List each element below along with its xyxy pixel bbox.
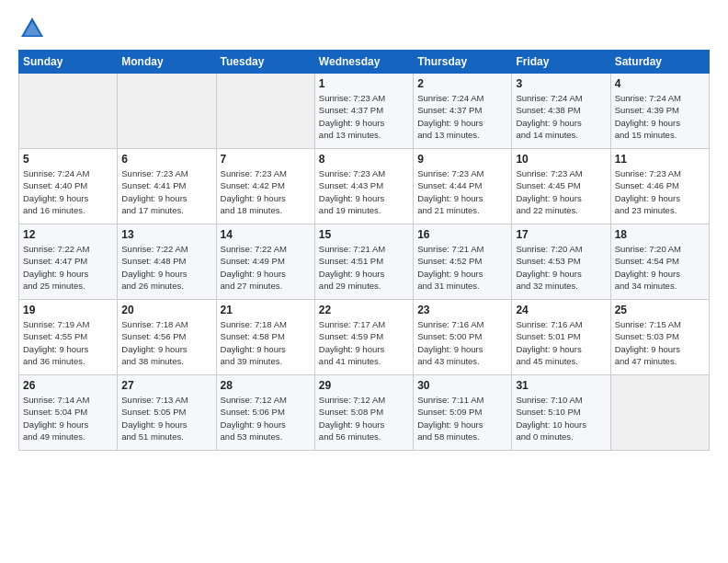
- calendar-cell: 5Sunrise: 7:24 AM Sunset: 4:40 PM Daylig…: [19, 149, 118, 224]
- page: SundayMondayTuesdayWednesdayThursdayFrid…: [0, 0, 728, 563]
- day-info: Sunrise: 7:19 AM Sunset: 4:55 PM Dayligh…: [23, 318, 113, 367]
- day-info: Sunrise: 7:23 AM Sunset: 4:45 PM Dayligh…: [516, 167, 606, 216]
- day-info: Sunrise: 7:20 AM Sunset: 4:53 PM Dayligh…: [516, 243, 606, 292]
- calendar-cell: 24Sunrise: 7:16 AM Sunset: 5:01 PM Dayli…: [512, 300, 610, 375]
- day-info: Sunrise: 7:10 AM Sunset: 5:10 PM Dayligh…: [516, 394, 606, 442]
- week-row-1: 1Sunrise: 7:23 AM Sunset: 4:37 PM Daylig…: [19, 74, 710, 149]
- day-number: 6: [121, 153, 211, 166]
- calendar-cell: 9Sunrise: 7:23 AM Sunset: 4:44 PM Daylig…: [414, 149, 512, 224]
- day-info: Sunrise: 7:24 AM Sunset: 4:39 PM Dayligh…: [615, 92, 705, 141]
- day-number: 9: [417, 153, 507, 166]
- calendar-cell: 20Sunrise: 7:18 AM Sunset: 4:56 PM Dayli…: [118, 300, 216, 375]
- calendar-cell: 10Sunrise: 7:23 AM Sunset: 4:45 PM Dayli…: [512, 149, 610, 224]
- day-info: Sunrise: 7:23 AM Sunset: 4:42 PM Dayligh…: [221, 167, 311, 216]
- day-info: Sunrise: 7:16 AM Sunset: 5:00 PM Dayligh…: [417, 318, 507, 367]
- day-info: Sunrise: 7:18 AM Sunset: 4:56 PM Dayligh…: [121, 318, 211, 367]
- day-number: 4: [615, 77, 705, 90]
- day-info: Sunrise: 7:22 AM Sunset: 4:49 PM Dayligh…: [221, 243, 311, 292]
- day-info: Sunrise: 7:14 AM Sunset: 5:04 PM Dayligh…: [23, 394, 113, 442]
- day-number: 19: [23, 304, 113, 316]
- calendar-cell: [118, 74, 216, 149]
- calendar-cell: 16Sunrise: 7:21 AM Sunset: 4:52 PM Dayli…: [414, 224, 512, 300]
- calendar-cell: 6Sunrise: 7:23 AM Sunset: 4:41 PM Daylig…: [118, 149, 216, 224]
- day-info: Sunrise: 7:23 AM Sunset: 4:44 PM Dayligh…: [417, 167, 507, 216]
- day-number: 7: [221, 153, 311, 166]
- day-info: Sunrise: 7:11 AM Sunset: 5:09 PM Dayligh…: [417, 394, 507, 442]
- day-info: Sunrise: 7:22 AM Sunset: 4:48 PM Dayligh…: [121, 243, 211, 292]
- day-number: 22: [319, 304, 409, 316]
- day-info: Sunrise: 7:23 AM Sunset: 4:41 PM Dayligh…: [121, 167, 211, 216]
- calendar-cell: 3Sunrise: 7:24 AM Sunset: 4:38 PM Daylig…: [512, 74, 610, 149]
- calendar-cell: 26Sunrise: 7:14 AM Sunset: 5:04 PM Dayli…: [19, 375, 118, 451]
- calendar-cell: 30Sunrise: 7:11 AM Sunset: 5:09 PM Dayli…: [414, 375, 512, 451]
- calendar-cell: [216, 74, 314, 149]
- logo: [18, 15, 51, 42]
- calendar-cell: 29Sunrise: 7:12 AM Sunset: 5:08 PM Dayli…: [314, 375, 413, 451]
- day-number: 8: [319, 153, 409, 166]
- day-info: Sunrise: 7:23 AM Sunset: 4:46 PM Dayligh…: [615, 167, 705, 216]
- day-number: 31: [516, 379, 606, 392]
- calendar-cell: 11Sunrise: 7:23 AM Sunset: 4:46 PM Dayli…: [610, 149, 709, 224]
- day-header-friday: Friday: [512, 51, 610, 74]
- day-info: Sunrise: 7:18 AM Sunset: 4:58 PM Dayligh…: [221, 318, 311, 367]
- calendar-cell: 23Sunrise: 7:16 AM Sunset: 5:00 PM Dayli…: [414, 300, 512, 375]
- week-row-3: 12Sunrise: 7:22 AM Sunset: 4:47 PM Dayli…: [19, 224, 710, 300]
- day-info: Sunrise: 7:21 AM Sunset: 4:51 PM Dayligh…: [319, 243, 409, 292]
- calendar-cell: 18Sunrise: 7:20 AM Sunset: 4:54 PM Dayli…: [610, 224, 709, 300]
- day-info: Sunrise: 7:16 AM Sunset: 5:01 PM Dayligh…: [516, 318, 606, 367]
- day-info: Sunrise: 7:24 AM Sunset: 4:40 PM Dayligh…: [23, 167, 113, 216]
- day-info: Sunrise: 7:24 AM Sunset: 4:37 PM Dayligh…: [417, 92, 507, 141]
- week-row-4: 19Sunrise: 7:19 AM Sunset: 4:55 PM Dayli…: [19, 300, 710, 375]
- day-number: 12: [23, 228, 113, 241]
- day-number: 29: [319, 379, 409, 392]
- calendar-cell: 8Sunrise: 7:23 AM Sunset: 4:43 PM Daylig…: [314, 149, 413, 224]
- calendar-header-row: SundayMondayTuesdayWednesdayThursdayFrid…: [19, 51, 710, 74]
- day-header-sunday: Sunday: [19, 51, 118, 74]
- day-info: Sunrise: 7:12 AM Sunset: 5:08 PM Dayligh…: [319, 394, 409, 442]
- day-number: 5: [23, 153, 113, 166]
- calendar-cell: 25Sunrise: 7:15 AM Sunset: 5:03 PM Dayli…: [610, 300, 709, 375]
- day-header-monday: Monday: [118, 51, 216, 74]
- day-number: 13: [121, 228, 211, 241]
- day-info: Sunrise: 7:21 AM Sunset: 4:52 PM Dayligh…: [417, 243, 507, 292]
- calendar-cell: 17Sunrise: 7:20 AM Sunset: 4:53 PM Dayli…: [512, 224, 610, 300]
- day-number: 10: [516, 153, 606, 166]
- day-number: 11: [615, 153, 705, 166]
- day-number: 26: [23, 379, 113, 392]
- header: [18, 15, 710, 42]
- calendar-cell: 27Sunrise: 7:13 AM Sunset: 5:05 PM Dayli…: [118, 375, 216, 451]
- day-info: Sunrise: 7:23 AM Sunset: 4:43 PM Dayligh…: [319, 167, 409, 216]
- calendar-cell: 4Sunrise: 7:24 AM Sunset: 4:39 PM Daylig…: [610, 74, 709, 149]
- calendar-cell: 2Sunrise: 7:24 AM Sunset: 4:37 PM Daylig…: [414, 74, 512, 149]
- day-info: Sunrise: 7:15 AM Sunset: 5:03 PM Dayligh…: [615, 318, 705, 367]
- day-number: 28: [221, 379, 311, 392]
- day-info: Sunrise: 7:22 AM Sunset: 4:47 PM Dayligh…: [23, 243, 113, 292]
- day-info: Sunrise: 7:17 AM Sunset: 4:59 PM Dayligh…: [319, 318, 409, 367]
- day-number: 1: [319, 77, 409, 90]
- calendar-cell: 31Sunrise: 7:10 AM Sunset: 5:10 PM Dayli…: [512, 375, 610, 451]
- calendar-cell: 28Sunrise: 7:12 AM Sunset: 5:06 PM Dayli…: [216, 375, 314, 451]
- calendar-cell: 21Sunrise: 7:18 AM Sunset: 4:58 PM Dayli…: [216, 300, 314, 375]
- calendar-cell: 1Sunrise: 7:23 AM Sunset: 4:37 PM Daylig…: [314, 74, 413, 149]
- calendar-cell: 7Sunrise: 7:23 AM Sunset: 4:42 PM Daylig…: [216, 149, 314, 224]
- logo-icon: [18, 15, 46, 42]
- week-row-5: 26Sunrise: 7:14 AM Sunset: 5:04 PM Dayli…: [19, 375, 710, 451]
- day-number: 20: [121, 304, 211, 316]
- day-number: 15: [319, 228, 409, 241]
- day-header-saturday: Saturday: [610, 51, 709, 74]
- calendar-cell: 12Sunrise: 7:22 AM Sunset: 4:47 PM Dayli…: [19, 224, 118, 300]
- day-header-wednesday: Wednesday: [314, 51, 413, 74]
- day-number: 30: [417, 379, 507, 392]
- day-number: 2: [417, 77, 507, 90]
- calendar-cell: [610, 375, 709, 451]
- day-number: 18: [615, 228, 705, 241]
- day-info: Sunrise: 7:24 AM Sunset: 4:38 PM Dayligh…: [516, 92, 606, 141]
- day-number: 14: [221, 228, 311, 241]
- day-number: 27: [121, 379, 211, 392]
- calendar-cell: 19Sunrise: 7:19 AM Sunset: 4:55 PM Dayli…: [19, 300, 118, 375]
- calendar-cell: 22Sunrise: 7:17 AM Sunset: 4:59 PM Dayli…: [314, 300, 413, 375]
- week-row-2: 5Sunrise: 7:24 AM Sunset: 4:40 PM Daylig…: [19, 149, 710, 224]
- calendar: SundayMondayTuesdayWednesdayThursdayFrid…: [18, 50, 710, 451]
- day-info: Sunrise: 7:20 AM Sunset: 4:54 PM Dayligh…: [615, 243, 705, 292]
- calendar-cell: 15Sunrise: 7:21 AM Sunset: 4:51 PM Dayli…: [314, 224, 413, 300]
